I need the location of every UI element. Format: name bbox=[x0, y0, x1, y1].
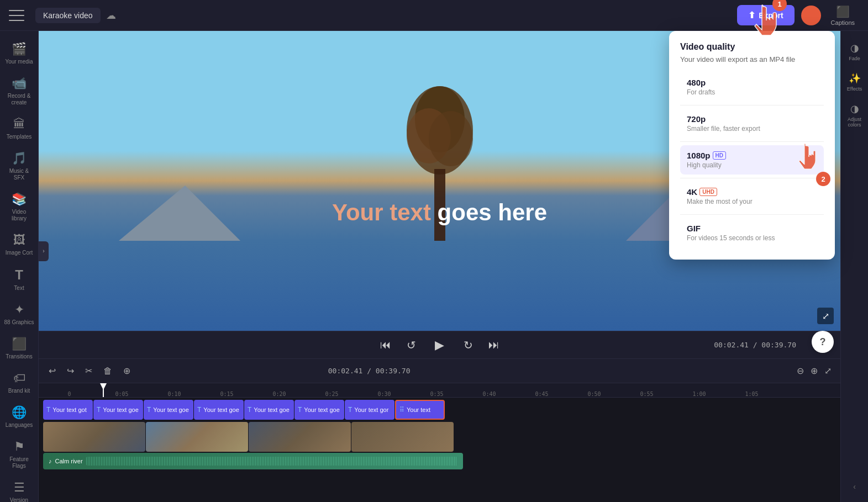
timeline-toolbar: ↩ ↪ ✂ 🗑 ⊕ 00:02.41 / 00:39.70 ⊖ ⊕ ⤢ bbox=[39, 359, 840, 383]
fade-panel-button[interactable]: ◑ Fade bbox=[842, 38, 867, 66]
video-clip-4[interactable] bbox=[351, 422, 454, 452]
skip-to-start-button[interactable]: ⏮ bbox=[378, 336, 393, 353]
sidebar-item-label: Feature Flags bbox=[4, 456, 34, 469]
quality-1080p-desc: High quality bbox=[687, 161, 817, 169]
clip-text-icon: ⠿ bbox=[399, 406, 404, 414]
text-icon: T bbox=[15, 267, 23, 283]
sidebar-item-music-sfx[interactable]: 🎵 Music & SFX bbox=[2, 147, 36, 186]
video-clip-3[interactable] bbox=[249, 422, 351, 452]
ruler-label-50: 0:50 bbox=[568, 391, 620, 397]
quality-option-1080p[interactable]: 1080p HD High quality bbox=[680, 145, 824, 175]
right-sidebar-collapse[interactable]: ‹ bbox=[849, 478, 860, 495]
playhead[interactable] bbox=[103, 383, 104, 397]
sidebar-item-label: Text bbox=[14, 285, 24, 292]
text-normal: goes here bbox=[431, 199, 547, 225]
sidebar-item-label: 88 Graphics bbox=[4, 319, 34, 326]
adjust-colors-label: Adjust colors bbox=[844, 117, 865, 128]
quality-option-480p[interactable]: 480p For drafts bbox=[680, 72, 824, 102]
clip-label: Your text got bbox=[52, 406, 86, 413]
sidebar-item-label: Brand kit bbox=[8, 388, 30, 394]
video-clip-2[interactable] bbox=[146, 422, 248, 452]
sidebar-item-text[interactable]: T Text bbox=[2, 263, 36, 296]
text-clip-7[interactable]: T Your text gor bbox=[345, 400, 394, 420]
hd-badge: HD bbox=[713, 151, 726, 160]
effects-label: Effects bbox=[847, 86, 862, 92]
timeline-area: ↩ ↪ ✂ 🗑 ⊕ 00:02.41 / 00:39.70 ⊖ ⊕ ⤢ 0 0:… bbox=[39, 358, 840, 502]
sidebar-item-feature-flags[interactable]: ⚑ Feature Flags bbox=[2, 435, 36, 474]
sidebar-item-languages[interactable]: 🌐 Languages bbox=[2, 401, 36, 433]
sidebar-item-video-library[interactable]: 📚 Video library bbox=[2, 188, 36, 226]
quality-option-gif[interactable]: GIF For videos 15 seconds or less bbox=[680, 218, 824, 247]
text-clip-3[interactable]: T Your text goe bbox=[144, 400, 193, 420]
sidebar-item-image-library[interactable]: 🖼 Image Cort bbox=[2, 229, 36, 261]
quality-divider-1 bbox=[680, 105, 824, 105]
clip-text-icon: T bbox=[147, 406, 151, 414]
sidebar-item-graphics[interactable]: ✦ 88 Graphics bbox=[2, 298, 36, 330]
cut-button[interactable]: ✂ bbox=[82, 363, 96, 378]
quality-option-4k[interactable]: 4K UHD Make the most of your bbox=[680, 182, 824, 211]
sidebar-expand-button[interactable]: › bbox=[39, 241, 49, 261]
templates-icon: 🏛 bbox=[13, 117, 25, 131]
left-sidebar: 🎬 Your media 📹 Record & create 🏛 Templat… bbox=[0, 31, 39, 502]
sidebar-item-templates[interactable]: 🏛 Templates bbox=[2, 113, 36, 145]
sidebar-item-version[interactable]: ☰ Version cd5677f bbox=[2, 476, 36, 502]
fullscreen-button[interactable]: ⤢ bbox=[817, 308, 834, 324]
clip-text-icon: T bbox=[298, 406, 302, 414]
text-clip-1[interactable]: T Your text got bbox=[43, 400, 93, 420]
zoom-out-button[interactable]: ⊖ bbox=[795, 363, 806, 378]
redo-button[interactable]: ↪ bbox=[64, 363, 77, 378]
clip-label: Your text goe bbox=[153, 406, 188, 413]
forward-5s-button[interactable]: ↻ bbox=[461, 336, 475, 354]
menu-icon[interactable] bbox=[9, 10, 24, 21]
text-clip-6[interactable]: T Your text goe bbox=[294, 400, 344, 420]
ruler-label-65: 1:05 bbox=[725, 391, 778, 397]
timeline-tracks: T Your text got T Your text goe T Your t… bbox=[39, 398, 840, 502]
adjust-colors-panel-button[interactable]: ◑ Adjust colors bbox=[842, 98, 867, 132]
sidebar-item-label: Languages bbox=[6, 422, 33, 429]
effects-icon: ✨ bbox=[849, 72, 861, 84]
duplicate-button[interactable]: ⊕ bbox=[120, 363, 134, 378]
text-clip-5[interactable]: T Your text goe bbox=[244, 400, 294, 420]
audio-label: Calm river bbox=[55, 458, 83, 464]
sidebar-item-record-create[interactable]: 📹 Record & create bbox=[2, 72, 36, 110]
quality-gif-name: GIF bbox=[687, 224, 817, 233]
fit-timeline-button[interactable]: ⤢ bbox=[822, 363, 834, 378]
skip-to-end-button[interactable]: ⏭ bbox=[486, 336, 502, 353]
timeline-zoom-controls: ⊖ ⊕ ⤢ bbox=[795, 363, 834, 378]
image-library-icon: 🖼 bbox=[13, 233, 25, 247]
text-clip-4[interactable]: T Your text goe bbox=[194, 400, 244, 420]
play-pause-button[interactable]: ▶ bbox=[429, 335, 450, 356]
ruler-label-40: 0:40 bbox=[463, 391, 515, 397]
video-library-icon: 📚 bbox=[12, 192, 27, 207]
sidebar-item-brand-kit[interactable]: 🏷 Brand kit bbox=[2, 367, 36, 399]
captions-button[interactable]: ⬛ Captions bbox=[827, 3, 859, 28]
fade-icon: ◑ bbox=[850, 42, 859, 54]
export-button[interactable]: ⬆ Export bbox=[737, 5, 794, 25]
zoom-in-button[interactable]: ⊕ bbox=[808, 363, 820, 378]
right-sidebar: ◑ Fade ✨ Effects ◑ Adjust colors ‹ bbox=[840, 31, 868, 502]
help-button[interactable]: ? bbox=[812, 331, 834, 353]
effects-panel-button[interactable]: ✨ Effects bbox=[842, 68, 867, 96]
cloud-save-icon: ☁ bbox=[106, 9, 116, 22]
project-title[interactable]: Karaoke video bbox=[35, 8, 101, 23]
playback-controls: ⏮ ↺ ▶ ↻ ⏭ 00:02.41 / 00:39.70 bbox=[39, 331, 840, 358]
sidebar-item-your-media[interactable]: 🎬 Your media bbox=[2, 38, 36, 70]
time-display: 00:02.41 / 00:39.70 bbox=[714, 341, 796, 349]
feature-flags-icon: ⚑ bbox=[14, 440, 25, 454]
rewind-5s-button[interactable]: ↺ bbox=[404, 336, 418, 354]
clip-text-icon: T bbox=[348, 406, 352, 414]
quality-option-720p[interactable]: 720p Smaller file, faster export bbox=[680, 109, 824, 138]
ruler-label-25: 0:25 bbox=[306, 391, 358, 397]
delete-button[interactable]: 🗑 bbox=[100, 364, 115, 378]
undo-button[interactable]: ↩ bbox=[45, 363, 59, 378]
clip-label: Your text gor bbox=[354, 406, 388, 413]
user-avatar[interactable] bbox=[801, 6, 821, 25]
text-clip-8[interactable]: ⠿ Your text bbox=[395, 400, 445, 420]
sidebar-item-label: Templates bbox=[7, 134, 32, 140]
audio-track: ♪ Calm river bbox=[43, 453, 836, 469]
quality-dropdown-title: Video quality bbox=[680, 42, 824, 52]
sidebar-item-transitions[interactable]: ⬛ Transitions bbox=[2, 332, 36, 364]
video-clip-1[interactable] bbox=[43, 422, 145, 452]
audio-clip[interactable]: ♪ Calm river bbox=[43, 453, 463, 469]
text-clip-2[interactable]: T Your text goe bbox=[93, 400, 143, 420]
